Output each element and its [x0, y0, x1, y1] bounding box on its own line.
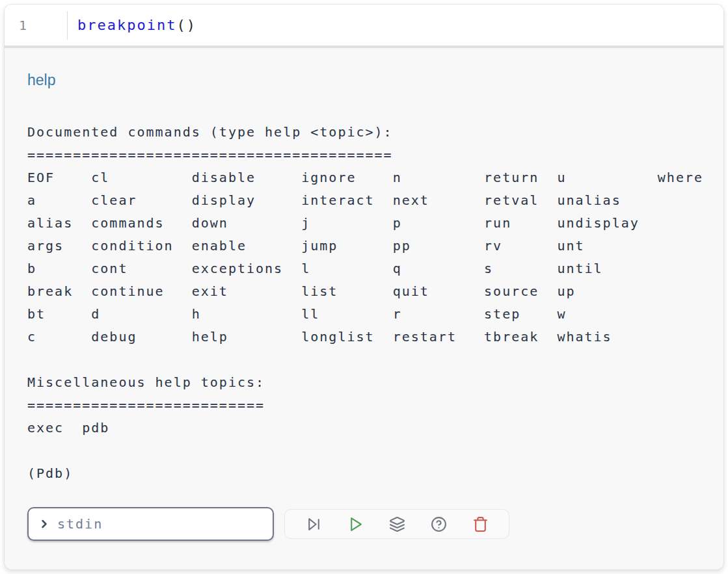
help-button[interactable] — [425, 511, 452, 537]
gutter-divider — [67, 11, 68, 40]
echoed-command: help — [27, 70, 704, 90]
line-number: 1 — [19, 18, 28, 33]
play-icon — [347, 516, 364, 532]
code-editor[interactable]: 1 breakpoint() — [5, 5, 723, 48]
code-function-token: breakpoint — [77, 17, 176, 33]
chevron-right-icon — [38, 517, 51, 530]
console-output: Documented commands (type help <topic>):… — [27, 121, 704, 485]
python-playground-widget: 1 breakpoint() help Documented commands … — [4, 4, 724, 570]
clear-button[interactable] — [467, 511, 493, 537]
stack-button[interactable] — [384, 511, 410, 537]
skip-forward-icon — [306, 516, 322, 532]
run-button[interactable] — [342, 511, 368, 537]
code-line[interactable]: breakpoint() — [77, 17, 196, 33]
layers-icon — [389, 516, 405, 532]
controls-row — [27, 507, 704, 541]
output-panel: help Documented commands (type help <top… — [5, 48, 723, 541]
line-number-gutter: 1 — [5, 5, 67, 46]
trash-icon — [472, 516, 489, 532]
toolbar — [284, 509, 509, 539]
skip-to-end-button[interactable] — [301, 511, 327, 537]
stdin-inputbox[interactable] — [27, 507, 274, 541]
help-circle-icon — [431, 516, 447, 532]
stdin-input[interactable] — [57, 516, 265, 532]
code-parens-token: () — [176, 17, 196, 33]
